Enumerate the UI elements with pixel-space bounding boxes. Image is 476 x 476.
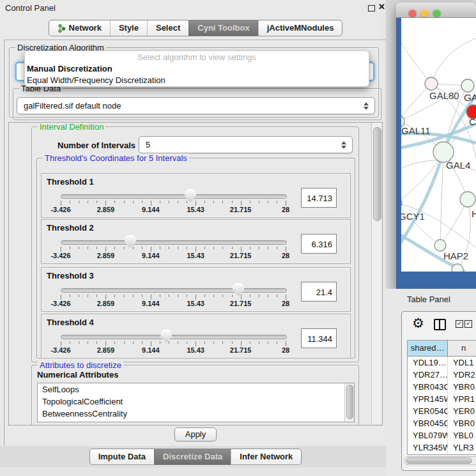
network-node[interactable] [461, 79, 474, 92]
network-node-label: HAP2 [443, 250, 468, 261]
table-row[interactable]: YLR345WYLR3 [408, 441, 476, 454]
network-node-label: GAL4 [446, 160, 470, 171]
network-node-label: C [469, 116, 476, 127]
table-data-value: galFiltered.sif default node [24, 98, 121, 114]
select-columns-icon[interactable]: ✓ ✓ [456, 320, 472, 328]
settings-gear-icon[interactable]: ⚙ [412, 316, 424, 331]
slider-ticks [61, 341, 286, 346]
threshold-slider[interactable] [61, 240, 287, 245]
table-row[interactable]: YBL079WYBL0 [408, 429, 476, 441]
threshold-panel: Threshold 2-3.4262.8599.14415.4321.71528… [41, 219, 351, 264]
attribute-list-item[interactable]: SelfLoops [38, 383, 354, 395]
checkbox-icon: ✓ [456, 320, 463, 328]
dropdown-item[interactable]: Manual Discretization [25, 63, 369, 75]
tab-infer-network[interactable]: Infer Network [231, 449, 301, 464]
attribute-list-item[interactable]: BetweennessCentrality [38, 408, 354, 420]
split-columns-icon[interactable] [434, 319, 446, 330]
network-node-label: GCY1 [401, 211, 425, 222]
combo-stepper-icon [341, 141, 346, 150]
network-node[interactable] [425, 77, 438, 90]
network-view-window: GAL80GACGAL11GAL4GCY1HHAP2 [396, 3, 476, 289]
network-node[interactable] [452, 264, 463, 272]
number-of-intervals-label: Number of Intervals [58, 141, 135, 150]
threshold-panel: Threshold 1-3.4262.8599.14415.4321.71528… [41, 173, 351, 218]
table-row[interactable]: YER054CYER0 [408, 405, 476, 417]
slider-ticks [61, 295, 286, 300]
close-traffic-light[interactable] [408, 9, 417, 17]
network-edge [401, 84, 431, 121]
threshold-label: Threshold 3 [47, 271, 94, 280]
control-panel-title: Control Panel [5, 3, 56, 13]
tab-cyni-toolbox[interactable]: Cyni Toolbox [188, 20, 257, 36]
threshold-value-field[interactable]: 14.713 [301, 188, 337, 208]
table-row[interactable]: YIL053CYIL0 [408, 454, 476, 455]
network-node[interactable] [434, 240, 446, 251]
table-row[interactable]: YPR145WYPR1 [408, 393, 476, 405]
table-row[interactable]: YDL19…YDL1 [408, 357, 476, 369]
right-workspace: GAL80GACGAL11GAL4GCY1HHAP2 Table Panel ⚙… [386, 0, 476, 476]
table-row[interactable]: YBR045CYBR0 [408, 417, 476, 429]
attribute-list-item[interactable]: TopologicalCoefficient [38, 395, 354, 408]
interval-definition-label: Interval Definition [38, 122, 105, 132]
table-row[interactable]: YDR27…YDR2 [408, 369, 476, 381]
tab-select[interactable]: Select [147, 20, 188, 36]
table-column-header[interactable]: shared… [408, 341, 448, 356]
table-panel-section: Table Panel ⚙ ✓ ✓ shared…n YDL19…YDL1YDR… [386, 289, 476, 476]
dropdown-placeholder: Select algorithm to view settings [25, 51, 369, 63]
slider-tick-labels: -3.4262.8599.14415.4321.71528 [61, 252, 286, 259]
network-edge [401, 37, 431, 84]
tab-impute-data[interactable]: Impute Data [90, 449, 154, 464]
threshold-value-field[interactable]: 6.316 [301, 234, 337, 254]
slider-tick-labels: -3.4262.8599.14415.4321.71528 [61, 300, 286, 307]
application-root: Control Panel ✕ NetworkStyleSelectCyni T… [0, 0, 476, 476]
float-window-icon[interactable] [368, 5, 375, 12]
slider-tick-labels: -3.4262.8599.14415.4321.71528 [61, 206, 286, 213]
thresholds-group-label: Threshold's Coordinates for 5 Intervals [43, 153, 189, 163]
tab-style[interactable]: Style [110, 20, 147, 36]
number-of-intervals-combobox[interactable]: 5 [139, 136, 353, 153]
slider-ticks [61, 201, 286, 206]
cyni-mode-tabbar: Impute DataDiscretize DataInfer Network [0, 449, 391, 465]
thresholds-group: Threshold's Coordinates for 5 Intervals … [36, 158, 355, 358]
zoom-traffic-light[interactable] [433, 9, 441, 17]
network-window-titlebar[interactable] [396, 3, 476, 18]
tab-network[interactable]: Network [49, 20, 110, 36]
threshold-value-field[interactable]: 11.344 [301, 328, 337, 348]
slider-ticks [61, 247, 286, 252]
attributes-list-scrollbar[interactable] [344, 383, 354, 422]
algorithm-dropdown-popup: Select algorithm to view settings Manual… [24, 50, 369, 87]
node-attribute-table[interactable]: shared…n YDL19…YDL1YDR27…YDR2YBR043CYBR0… [407, 340, 476, 455]
threshold-slider[interactable] [61, 335, 287, 339]
network-node-label: GAL80 [429, 90, 459, 101]
network-node-label: GAL11 [401, 125, 431, 136]
network-node[interactable] [460, 192, 475, 207]
threshold-slider[interactable] [61, 288, 287, 293]
table-column-header[interactable]: n [448, 341, 476, 356]
network-edge [431, 38, 476, 84]
interval-definition-group: Interval Definition Number of Intervals … [31, 127, 359, 362]
scrollbar-thumb[interactable] [373, 127, 381, 221]
table-row[interactable]: YBR043CYBR0 [408, 381, 476, 393]
scrollbar-thumb[interactable] [406, 457, 472, 464]
network-edge [440, 152, 443, 245]
attributes-group-label: Attributes to discretize [38, 360, 123, 370]
tab-jactivemnodules[interactable]: jActiveMNodules [258, 20, 342, 36]
checkbox-icon: ✓ [464, 320, 472, 328]
tab-discretize-data[interactable]: Discretize Data [154, 449, 231, 464]
table-data-combobox[interactable]: galFiltered.sif default node [17, 97, 375, 114]
settings-vertical-scrollbar[interactable] [371, 123, 382, 424]
network-view-frame: GAL80GACGAL11GAL4GCY1HHAP2 [396, 18, 476, 289]
slider-tick-labels: -3.4262.8599.14415.4321.71528 [61, 346, 286, 354]
network-canvas[interactable]: GAL80GACGAL11GAL4GCY1HHAP2 [401, 18, 476, 272]
dropdown-item[interactable]: Equal Width/Frequency Discretization [25, 75, 369, 86]
threshold-slider[interactable] [61, 194, 287, 199]
close-panel-icon[interactable]: ✕ [378, 2, 385, 12]
minimize-traffic-light[interactable] [420, 9, 429, 17]
numerical-attributes-heading: Numerical Attributes [37, 370, 118, 380]
control-panel-tabbar: NetworkStyleSelectCyni ToolboxjActiveMNo… [0, 20, 391, 36]
number-of-intervals-value: 5 [146, 137, 150, 153]
numerical-attributes-list[interactable]: SelfLoopsTopologicalCoefficientBetweenne… [37, 383, 355, 422]
table-horizontal-scrollbar[interactable] [404, 456, 476, 465]
apply-button[interactable]: Apply [174, 427, 217, 441]
threshold-value-field[interactable]: 21.4 [301, 282, 337, 302]
